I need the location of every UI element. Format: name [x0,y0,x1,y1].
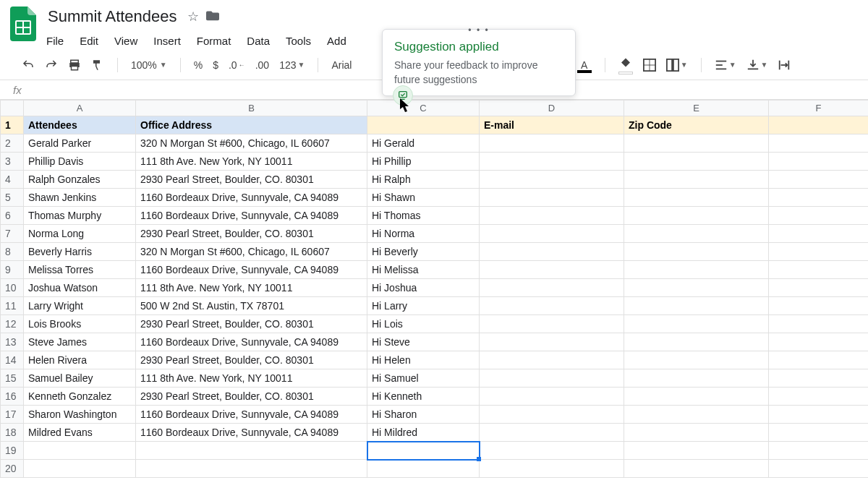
cell[interactable]: Joshua Watson [24,279,136,297]
menu-add[interactable]: Add [326,32,348,50]
cell[interactable]: 2930 Pearl Street, Boulder, CO. 80301 [136,315,367,333]
cell[interactable]: 320 N Morgan St #600, Chicago, IL 60607 [136,134,367,153]
cell[interactable] [367,460,480,478]
row-header[interactable]: 20 [1,460,24,478]
cell[interactable] [136,442,367,460]
table-row[interactable]: 8Beverly Harris320 N Morgan St #600, Chi… [1,243,869,261]
table-row[interactable]: 7Norma Long2930 Pearl Street, Boulder, C… [1,225,869,243]
menu-insert[interactable]: Insert [152,32,182,50]
cell[interactable] [480,207,624,225]
cell[interactable] [769,261,869,279]
cell[interactable] [480,424,624,442]
table-row[interactable]: 2Gerald Parker320 N Morgan St #600, Chic… [1,134,869,153]
cell[interactable] [624,369,769,388]
move-folder-icon[interactable] [206,9,219,25]
zoom-select[interactable]: 100%▼ [131,59,167,71]
cell[interactable] [480,297,624,315]
star-icon[interactable]: ☆ [187,9,199,25]
row-header[interactable]: 13 [1,333,24,351]
cell[interactable] [769,406,869,424]
table-row[interactable]: 1 Attendees Office Address E-mail Zip Co… [1,116,869,134]
format-currency-icon[interactable]: $ [213,59,218,71]
cell[interactable] [624,207,769,225]
row-header[interactable]: 10 [1,279,24,297]
cell[interactable] [769,351,869,369]
cell[interactable] [769,424,869,442]
vertical-align-icon[interactable]: ▼ [746,59,768,72]
cell[interactable]: Hi Kenneth [367,388,480,406]
row-header[interactable]: 4 [1,171,24,189]
cell[interactable]: Attendees [24,116,136,134]
cell[interactable] [480,315,624,333]
row-header[interactable]: 9 [1,261,24,279]
cell[interactable]: Hi Gerald [367,134,480,153]
font-family-select[interactable]: Arial [331,59,352,71]
cell[interactable]: 1160 Bordeaux Drive, Sunnyvale, CA 94089 [136,424,367,442]
cell[interactable]: Samuel Bailey [24,369,136,388]
merge-cells-icon[interactable]: ▼ [666,59,688,72]
cell[interactable]: 111 8th Ave. New York, NY 10011 [136,369,367,388]
cell[interactable] [624,171,769,189]
cell[interactable] [24,460,136,478]
cell[interactable]: 111 8th Ave. New York, NY 10011 [136,153,367,171]
row-header[interactable]: 12 [1,315,24,333]
table-row[interactable]: 11Larry Wright500 W 2nd St. Austin, TX 7… [1,297,869,315]
table-row[interactable]: 18Mildred Evans1160 Bordeaux Drive, Sunn… [1,424,869,442]
table-row[interactable]: 6Thomas Murphy1160 Bordeaux Drive, Sunny… [1,207,869,225]
cell[interactable]: Melissa Torres [24,261,136,279]
cell[interactable]: 2930 Pearl Street, Boulder, CO. 80301 [136,225,367,243]
cell[interactable]: Hi Sharon [367,406,480,424]
cell[interactable]: Hi Beverly [367,243,480,261]
menu-edit[interactable]: Edit [78,32,100,50]
table-row[interactable]: 15Samuel Bailey111 8th Ave. New York, NY… [1,369,869,388]
cell[interactable] [480,406,624,424]
cell[interactable]: Hi Melissa [367,261,480,279]
cell[interactable] [624,153,769,171]
cell[interactable]: Hi Norma [367,225,480,243]
cell[interactable]: Steve James [24,333,136,351]
cell[interactable] [480,225,624,243]
cell[interactable]: Hi Helen [367,351,480,369]
row-header[interactable]: 14 [1,351,24,369]
cell[interactable] [769,225,869,243]
cell[interactable]: Ralph Gonzales [24,171,136,189]
cell[interactable] [624,388,769,406]
cell[interactable]: 1160 Bordeaux Drive, Sunnyvale, CA 94089 [136,333,367,351]
row-header[interactable]: 16 [1,388,24,406]
table-row[interactable]: 20 [1,460,869,478]
cell[interactable]: Beverly Harris [24,243,136,261]
row-header[interactable]: 6 [1,207,24,225]
menu-tools[interactable]: Tools [284,32,312,50]
borders-icon[interactable] [643,59,656,72]
cell[interactable]: Hi Shawn [367,189,480,207]
col-header-C[interactable]: C [367,100,480,116]
cell[interactable] [480,460,624,478]
cell[interactable] [769,279,869,297]
cell[interactable] [367,442,480,460]
cell[interactable]: 111 8th Ave. New York, NY 10011 [136,279,367,297]
table-row[interactable]: 10Joshua Watson111 8th Ave. New York, NY… [1,279,869,297]
cell[interactable]: 2930 Pearl Street, Boulder, CO. 80301 [136,171,367,189]
cell[interactable]: Hi Mildred [367,424,480,442]
cell[interactable] [480,369,624,388]
cell[interactable]: Helen Rivera [24,351,136,369]
cell[interactable] [769,388,869,406]
cell[interactable] [769,243,869,261]
cell[interactable]: Office Address [136,116,367,134]
text-color-icon[interactable]: A [577,59,592,71]
table-row[interactable]: 3Phillip Davis111 8th Ave. New York, NY … [1,153,869,171]
table-row[interactable]: 14Helen Rivera2930 Pearl Street, Boulder… [1,351,869,369]
cell[interactable]: Hi Larry [367,297,480,315]
horizontal-align-icon[interactable]: ▼ [715,59,736,72]
cell[interactable] [624,243,769,261]
table-row[interactable]: 17Sharon Washington1160 Bordeaux Drive, … [1,406,869,424]
col-header-F[interactable]: F [769,100,869,116]
cell[interactable] [624,333,769,351]
cell[interactable] [769,315,869,333]
cell[interactable] [480,442,624,460]
table-row[interactable]: 12Lois Brooks2930 Pearl Street, Boulder,… [1,315,869,333]
cell[interactable] [136,460,367,478]
row-header[interactable]: 2 [1,134,24,153]
cell[interactable]: 320 N Morgan St #600, Chicago, IL 60607 [136,243,367,261]
undo-icon[interactable] [22,59,35,72]
